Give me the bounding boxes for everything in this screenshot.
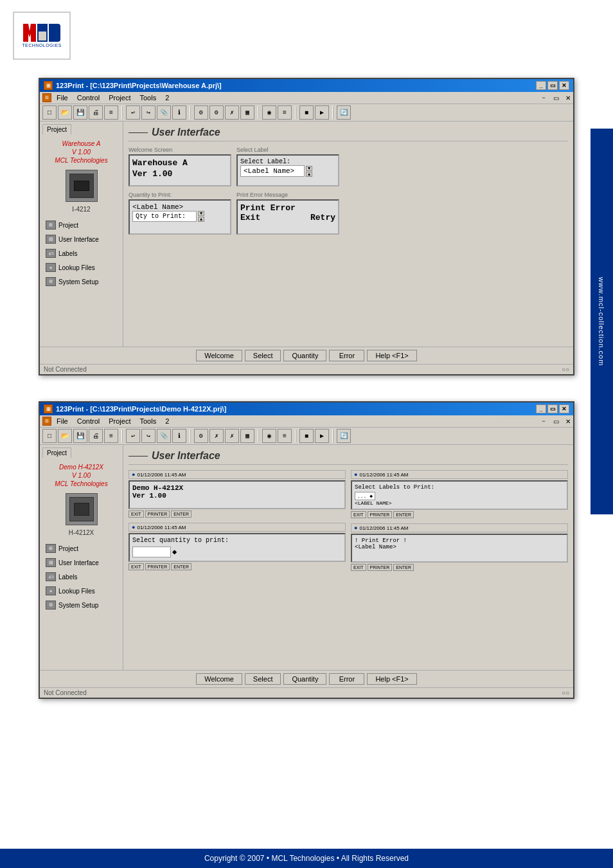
sidebar2-item-labels[interactable]: 🏷 Labels <box>42 570 120 584</box>
toolbar2-11[interactable]: ✗ <box>209 429 224 443</box>
sidebar-item-setup[interactable]: ⚙ System Setup <box>42 275 120 289</box>
sidebar-item-labels[interactable]: 🏷 Labels <box>42 246 120 260</box>
exit-btn-4[interactable]: EXIT <box>351 564 366 571</box>
printer-btn-4[interactable]: PRINTER <box>368 564 393 571</box>
toolbar-11[interactable]: ⚙ <box>209 105 224 120</box>
menu2-control[interactable]: Control <box>73 417 103 426</box>
menu-2[interactable]: 2 <box>161 93 173 102</box>
device2-screen <box>74 503 89 516</box>
toolbar-refresh[interactable]: 🔄 <box>337 105 351 120</box>
printer-btn-1[interactable]: PRINTER <box>145 511 170 518</box>
toolbar2-5[interactable]: ≡ <box>104 429 118 443</box>
tab2-error[interactable]: Error <box>329 673 364 685</box>
toolbar2-7[interactable]: ↪ <box>141 429 155 443</box>
sidebar2-item-lookup[interactable]: ≡ Lookup Files <box>42 584 120 598</box>
qty-spin-down[interactable]: ▼ <box>198 211 204 216</box>
toolbar-13[interactable]: ▦ <box>240 105 254 120</box>
close2-button[interactable]: ✕ <box>559 404 569 413</box>
toolbar-7[interactable]: ↪ <box>141 105 155 120</box>
toolbar-9[interactable]: ℹ <box>172 105 186 120</box>
toolbar-14[interactable]: ◉ <box>262 105 276 120</box>
menu2-close[interactable]: ✕ <box>565 418 571 425</box>
enter-btn-2[interactable]: ENTER <box>393 511 414 518</box>
toolbar-15[interactable]: ≡ <box>278 105 292 120</box>
toolbar-12[interactable]: ✗ <box>225 105 239 120</box>
toolbar2-open[interactable]: 📂 <box>58 429 72 443</box>
sidebar2-item-setup[interactable]: ⚙ System Setup <box>42 598 120 612</box>
toolbar2-4[interactable]: 🖨 <box>89 429 103 443</box>
qty-input[interactable] <box>132 547 171 557</box>
tab-select[interactable]: Select <box>245 350 281 361</box>
minimize2-button[interactable]: _ <box>536 404 546 413</box>
toolbar-5[interactable]: ≡ <box>104 105 118 120</box>
menu-minimize[interactable]: － <box>540 93 547 102</box>
toolbar2-save[interactable]: 💾 <box>73 429 87 443</box>
spin-down[interactable]: ▼ <box>306 166 312 171</box>
toolbar-17[interactable]: ▶ <box>315 105 329 120</box>
toolbar2-6[interactable]: ↩ <box>126 429 140 443</box>
toolbar-8[interactable]: 📎 <box>157 105 171 120</box>
sidebar-item-lookup[interactable]: ≡ Lookup Files <box>42 260 120 275</box>
minimize-button[interactable]: _ <box>536 81 546 90</box>
restore-button[interactable]: ▭ <box>547 81 558 90</box>
enter-btn-4[interactable]: ENTER <box>393 564 414 571</box>
toolbar2-16[interactable]: ■ <box>299 429 314 443</box>
exit-btn-1[interactable]: EXIT <box>129 511 144 518</box>
tab2-welcome[interactable]: Welcome <box>196 673 242 685</box>
menu2-minimize[interactable]: － <box>540 417 547 426</box>
menu2-2[interactable]: 2 <box>161 417 173 426</box>
printer-btn-2[interactable]: PRINTER <box>368 511 393 518</box>
toolbar2-17[interactable]: ▶ <box>315 429 329 443</box>
toolbar2-12[interactable]: ✗ <box>225 429 239 443</box>
close-button[interactable]: ✕ <box>559 81 569 90</box>
spin-up[interactable]: ▲ <box>306 172 312 177</box>
printer-btn-3[interactable]: PRINTER <box>145 563 170 570</box>
exit-btn-3[interactable]: EXIT <box>129 563 144 570</box>
menu2-project[interactable]: Project <box>105 417 134 426</box>
toolbar2-new[interactable]: □ <box>42 429 57 443</box>
toolbar2-refresh[interactable]: 🔄 <box>337 429 351 443</box>
qty-spin-up[interactable]: ▲ <box>198 217 204 222</box>
menu2-restore[interactable]: ▭ <box>553 418 559 425</box>
menu2-file[interactable]: File <box>53 417 72 426</box>
menu-tools[interactable]: Tools <box>136 93 160 102</box>
menu-close[interactable]: ✕ <box>565 95 571 102</box>
sidebar-item-project[interactable]: ⊞ Project <box>42 218 120 232</box>
tab2-quantity[interactable]: Quantity <box>283 673 326 685</box>
tab2-select[interactable]: Select <box>245 673 281 685</box>
toolbar-16[interactable]: ■ <box>299 105 314 120</box>
sidebar2-item-ui[interactable]: ▤ User Interface <box>42 556 120 570</box>
enter-btn-3[interactable]: ENTER <box>171 563 191 570</box>
toolbar2-9[interactable]: ℹ <box>172 429 186 443</box>
menu2-tools[interactable]: Tools <box>136 417 160 426</box>
tab-quantity[interactable]: Quantity <box>283 350 326 361</box>
restore2-button[interactable]: ▭ <box>547 404 558 413</box>
menu-project[interactable]: Project <box>105 93 134 102</box>
sidebar-item-ui[interactable]: ▤ User Interface <box>42 232 120 246</box>
window2: ⊞ 123Print - [C:\123Print\Projects\Demo … <box>39 401 574 699</box>
sidebar2-item-project[interactable]: ⊞ Project <box>42 541 120 556</box>
toolbar2-15[interactable]: ≡ <box>278 429 292 443</box>
toolbar2-14[interactable]: ◉ <box>262 429 276 443</box>
tab-error[interactable]: Error <box>329 350 364 361</box>
toolbar-new[interactable]: □ <box>42 105 57 120</box>
tab-welcome[interactable]: Welcome <box>196 350 242 361</box>
sidebar-tab[interactable]: Project <box>42 124 71 134</box>
menu-control[interactable]: Control <box>73 93 103 102</box>
menu-file[interactable]: File <box>53 93 72 102</box>
toolbar-open[interactable]: 📂 <box>58 105 72 120</box>
toolbar-6[interactable]: ↩ <box>126 105 140 120</box>
menu-restore[interactable]: ▭ <box>553 95 559 102</box>
toolbar-save[interactable]: 💾 <box>73 105 87 120</box>
label-select[interactable]: ... ◆ <box>355 492 375 500</box>
tab-help[interactable]: Help <F1> <box>367 350 416 361</box>
toolbar2-13[interactable]: ▦ <box>240 429 254 443</box>
toolbar2-10[interactable]: ⚙ <box>194 429 208 443</box>
tab2-help[interactable]: Help <F1> <box>367 673 416 685</box>
sidebar2-tab[interactable]: Project <box>42 448 71 458</box>
exit-btn-2[interactable]: EXIT <box>351 511 366 518</box>
enter-btn-1[interactable]: ENTER <box>171 511 191 518</box>
toolbar-10[interactable]: ⚙ <box>194 105 208 120</box>
toolbar-print[interactable]: 🖨 <box>89 105 103 120</box>
toolbar2-8[interactable]: 📎 <box>157 429 171 443</box>
